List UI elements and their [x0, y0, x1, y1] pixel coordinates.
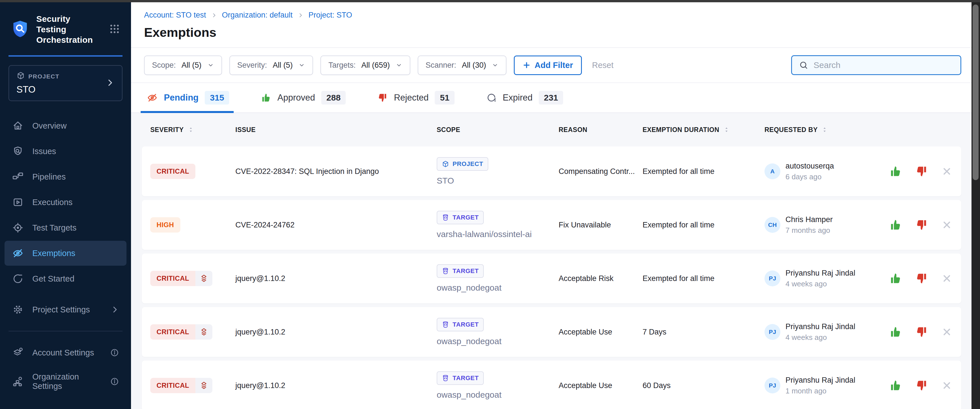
chevron-down-icon [207, 62, 214, 68]
scope-type-badge: PROJECT [437, 157, 488, 171]
dismiss-button[interactable] [942, 166, 952, 177]
requested-by-cell: PJ Priyanshu Raj Jindal 4 weeks ago [765, 322, 889, 342]
scope-cell: TARGET owasp_nodegoat [437, 371, 558, 399]
column-severity[interactable]: SEVERITY [150, 126, 235, 134]
pipeline-icon [12, 171, 24, 183]
page-title: Exemptions [144, 25, 961, 47]
app-title: Security Testing Orchestration [36, 14, 102, 45]
sort-icon[interactable] [187, 126, 194, 133]
module-grid-icon[interactable] [109, 23, 120, 36]
rejected-count-badge: 51 [435, 91, 454, 105]
sort-icon[interactable] [821, 126, 828, 133]
scope-cell: TARGET varsha-lalwani/ossintel-ai [437, 211, 558, 239]
reject-button[interactable] [915, 379, 928, 392]
tab-rejected[interactable]: Rejected 51 [377, 83, 455, 113]
column-scope: SCOPE [437, 126, 558, 134]
sidebar-item-account-settings[interactable]: Account Settings [5, 340, 126, 365]
sidebar-item-executions[interactable]: Executions [5, 190, 126, 215]
dismiss-button[interactable] [942, 219, 952, 230]
app-window: Security Testing Orchestration PROJECT S… [0, 0, 980, 409]
table-row[interactable]: CRITICAL CVE-2022-28347: SQL Injection i… [142, 146, 961, 196]
tab-expired[interactable]: Expired 231 [486, 83, 563, 113]
reject-button[interactable] [915, 219, 928, 231]
scrollbar-thumb[interactable] [973, 5, 978, 180]
shield-search-icon [12, 145, 24, 157]
exemption-duration: Exempted for all time [643, 167, 765, 176]
approve-button[interactable] [889, 379, 902, 392]
project-selector-name: STO [16, 84, 60, 95]
approve-button[interactable] [889, 165, 902, 178]
column-exemption-duration[interactable]: EXEMPTION DURATION [643, 126, 765, 134]
chevron-right-icon [298, 13, 304, 18]
layers-icon [196, 324, 212, 339]
tab-pending[interactable]: Pending 315 [147, 83, 229, 113]
scope-cell: TARGET owasp_nodegoat [437, 264, 558, 293]
sidebar-item-label: Exemptions [32, 249, 75, 258]
sidebar-item-issues[interactable]: Issues [5, 139, 126, 164]
sidebar-item-exemptions[interactable]: Exemptions [5, 241, 126, 266]
requester-name: Priyanshu Raj Jindal [786, 322, 855, 331]
dismiss-button[interactable] [942, 380, 952, 391]
gear-icon [12, 304, 24, 315]
reject-button[interactable] [915, 165, 928, 178]
table-row[interactable]: CRITICAL jquery@1.10.2 TARGET owasp_node… [142, 254, 961, 303]
crosshair-icon [12, 222, 24, 234]
project-selector[interactable]: PROJECT STO [8, 65, 123, 101]
page-scrollbar[interactable] [972, 2, 980, 409]
reject-button[interactable] [915, 272, 928, 285]
requested-time: 7 months ago [786, 226, 833, 235]
reject-button[interactable] [915, 326, 928, 338]
chevron-right-icon [111, 305, 119, 314]
sidebar-item-pipelines[interactable]: Pipelines [5, 164, 126, 189]
status-tabs: Pending 315 Approved 288 Rejected 51 Exp… [131, 83, 972, 113]
play-icon [12, 196, 24, 208]
sidebar-item-overview[interactable]: Overview [5, 113, 126, 138]
sidebar-item-organization-settings[interactable]: Organization Settings [5, 366, 126, 397]
table-row[interactable]: CRITICAL jquery@1.10.2 TARGET owasp_node… [142, 361, 961, 409]
sort-icon[interactable] [723, 126, 730, 133]
sidebar-item-project-settings[interactable]: Project Settings [5, 297, 126, 322]
bucket-code-icon [442, 321, 449, 328]
info-icon[interactable] [110, 348, 119, 357]
dismiss-button[interactable] [942, 273, 952, 284]
add-filter-button[interactable]: Add Filter [514, 55, 582, 75]
info-icon[interactable] [110, 377, 119, 386]
breadcrumb-project[interactable]: Project: STO [309, 11, 352, 19]
reset-filters-button[interactable]: Reset [592, 60, 614, 70]
chevron-down-icon [492, 62, 498, 68]
requester-name: autostouserqa [786, 162, 834, 171]
row-actions [889, 326, 964, 338]
approve-button[interactable] [889, 219, 902, 231]
issue-name: CVE-2022-28347: SQL Injection in Django [235, 167, 437, 176]
scope-filter-dropdown[interactable]: Scope: All (5) [144, 55, 222, 75]
sidebar-item-label: Organization Settings [32, 372, 102, 391]
layers-icon [196, 378, 212, 393]
dismiss-button[interactable] [942, 327, 952, 337]
approve-button[interactable] [889, 326, 902, 338]
sidebar-item-label: Get Started [32, 274, 74, 284]
sidebar-item-test-targets[interactable]: Test Targets [5, 215, 126, 240]
row-actions [889, 379, 964, 392]
avatar: A [765, 163, 780, 179]
requested-by-cell: PJ Priyanshu Raj Jindal 4 weeks ago [765, 269, 889, 289]
search-input[interactable] [813, 60, 954, 70]
table-row[interactable]: HIGH CVE-2024-24762 TARGET varsha-lalwan… [142, 200, 961, 250]
row-actions [889, 272, 964, 285]
table-header-row: SEVERITY ISSUE SCOPE REASON EXEMPTION DU… [142, 113, 961, 146]
column-requested-by[interactable]: REQUESTED BY [765, 126, 889, 134]
approve-button[interactable] [889, 272, 902, 285]
targets-filter-dropdown[interactable]: Targets: All (659) [320, 55, 410, 75]
breadcrumb-organization[interactable]: Organization: default [222, 11, 293, 19]
bucket-code-icon [442, 267, 449, 275]
table-row[interactable]: CRITICAL jquery@1.10.2 TARGET owasp_node… [142, 307, 961, 357]
severity-filter-dropdown[interactable]: Severity: All (5) [229, 55, 313, 75]
tab-approved[interactable]: Approved 288 [261, 83, 346, 113]
sidebar-item-get-started[interactable]: Get Started [5, 266, 126, 291]
bucket-code-icon [442, 374, 449, 382]
scanner-filter-dropdown[interactable]: Scanner: All (30) [418, 55, 507, 75]
sidebar-divider [8, 331, 123, 331]
breadcrumb-account[interactable]: Account: STO test [144, 11, 206, 19]
layers-icon [196, 271, 212, 286]
sto-shield-logo [11, 19, 30, 40]
avatar: PJ [765, 271, 780, 286]
